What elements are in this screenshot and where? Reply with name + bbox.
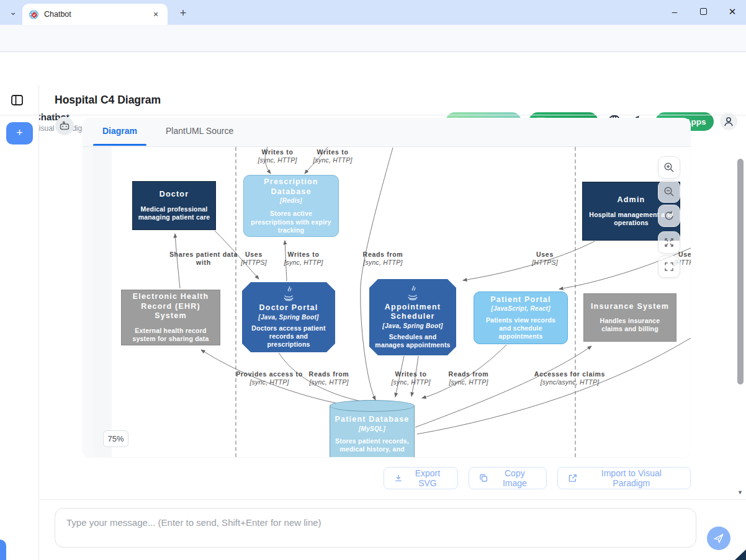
window-close-icon[interactable]: ✕	[718, 0, 746, 24]
fit-screen-button[interactable]	[658, 256, 680, 278]
chat-input-bar	[40, 499, 746, 560]
node-appointment-scheduler: Appointment Scheduler [Java, Spring Boot…	[369, 279, 456, 355]
import-to-vp-label: Import to Visual Paradigm	[583, 468, 680, 488]
sidebar: +	[0, 85, 39, 560]
zoom-level-badge: 75%	[103, 430, 128, 447]
edge-label: Reads from[sync, HTTP]	[363, 251, 403, 266]
app-header: Chatbot Visual Paradigm AI Assistant for…	[0, 53, 746, 85]
person-icon	[723, 116, 734, 127]
node-title: Prescription Database	[249, 177, 333, 197]
chat-message-input[interactable]	[55, 508, 696, 548]
node-desc: Schedules and manages appointments	[374, 333, 451, 349]
export-svg-label: Export SVG	[408, 468, 447, 488]
tab-close-icon[interactable]: ✕	[150, 9, 161, 20]
sidebar-toggle-icon[interactable]	[11, 95, 23, 105]
node-desc: Doctors access patient records and presc…	[247, 324, 330, 349]
diagram-viewport[interactable]: Doctor Medical professional managing pat…	[93, 147, 691, 457]
window-minimize-icon[interactable]: –	[660, 0, 689, 24]
new-chat-button[interactable]: +	[6, 122, 33, 144]
edge-label: Writes to[sync, HTTP]	[284, 251, 323, 266]
expand-button[interactable]	[658, 231, 680, 254]
node-tech: [Java, Spring Boot]	[382, 322, 443, 329]
node-desc: Stores patient records, medical history,…	[330, 437, 415, 453]
edge-label: Reads from[sync, HTTP]	[309, 370, 349, 386]
node-tech: [Java, Spring Boot]	[258, 314, 318, 321]
node-patient-portal: Patient Portal [JavaScript, React] Patie…	[474, 291, 568, 344]
edge-label: Reads from[sync, HTTP]	[449, 370, 489, 386]
screen: ⌄ Chatbot ✕ + – ✕ ← → ai-toolbox.visual-…	[0, 0, 746, 560]
zoom-reset-button[interactable]	[658, 205, 680, 227]
node-prescription-database: Prescription Database [Redis] Stores act…	[243, 175, 339, 237]
node-title: Patient Database	[330, 415, 415, 425]
zoom-out-icon	[663, 186, 675, 197]
node-title: Electronic Health Record (EHR) System	[127, 292, 215, 321]
send-button[interactable]	[707, 527, 730, 550]
expand-arrows-icon	[663, 237, 675, 248]
edge-label: Uses[HTTPS]	[241, 251, 267, 266]
java-icon	[282, 286, 295, 302]
edge-label: Uses[HTTPS]	[532, 251, 558, 266]
cylinder-top	[330, 400, 415, 412]
node-doctor-portal: Doctor Portal [Java, Spring Boot] Doctor…	[242, 282, 335, 352]
node-patient-database: Patient Database [MySQL] Stores patient …	[330, 400, 415, 457]
zoom-in-button[interactable]	[658, 156, 680, 179]
edge-label: Writes to[sync, HTTP]	[391, 370, 430, 386]
diagram-card: Diagram PlantUML Source	[83, 118, 691, 457]
robot-icon	[59, 120, 70, 131]
bot-avatar	[55, 117, 74, 135]
fit-corners-icon	[663, 261, 675, 272]
browser-toolbar: ← → ai-toolbox.visual-paradigm.com/app/c…	[0, 25, 746, 52]
node-title: Doctor Portal	[259, 303, 318, 313]
window-maximize-icon[interactable]	[689, 0, 717, 24]
copy-icon	[479, 473, 488, 483]
node-title: Appointment Scheduler	[374, 303, 451, 322]
copy-image-button[interactable]: Copy Image	[469, 467, 547, 489]
node-title: Insurance System	[591, 302, 669, 312]
cylinder-text: Patient Database [MySQL] Stores patient …	[330, 415, 415, 453]
page-scrollbar-thumb[interactable]	[737, 159, 744, 384]
node-title: Patient Portal	[490, 295, 551, 305]
node-insurance-system: Insurance System Handles insurance claim…	[583, 293, 676, 342]
export-svg-button[interactable]: Export SVG	[384, 467, 458, 489]
edge-label: Provides access to[sync, HTTP]	[236, 370, 303, 386]
download-icon	[394, 473, 403, 483]
zoom-out-button[interactable]	[658, 180, 680, 203]
scrollbar-down-icon[interactable]: ▼	[737, 489, 745, 496]
zoom-in-icon	[663, 162, 675, 173]
node-title: Admin	[618, 195, 645, 205]
favicon-vp-logo-icon	[29, 9, 39, 20]
java-icon	[406, 285, 420, 301]
node-tech: [Redis]	[280, 197, 302, 204]
title-divider	[0, 115, 746, 115]
node-tech: [JavaScript, React]	[491, 305, 551, 312]
copy-image-label: Copy Image	[493, 468, 536, 488]
browser-tab[interactable]: Chatbot ✕	[22, 4, 168, 25]
reset-icon	[663, 210, 675, 221]
node-tech: [MySQL]	[330, 425, 415, 432]
diagram-tab-row: Diagram PlantUML Source	[83, 118, 691, 147]
tab-plantuml-source[interactable]: PlantUML Source	[166, 126, 233, 136]
node-ehr-system: Electronic Health Record (EHR) System Ex…	[121, 290, 220, 345]
page-title: Hospital C4 Diagram	[55, 94, 161, 107]
import-to-vp-button[interactable]: Import to Visual Paradigm	[557, 467, 691, 489]
tab-search-chevron-icon[interactable]: ⌄	[5, 5, 21, 20]
edge-label: Writes to[sync, HTTP]	[313, 148, 352, 164]
tab-title: Chatbot	[44, 10, 150, 19]
node-desc: Handles insurance claims and billing	[589, 317, 671, 333]
node-title: Doctor	[160, 190, 189, 200]
edge-label: Writes to[sync, HTTP]	[258, 148, 297, 164]
node-doctor: Doctor Medical professional managing pat…	[132, 181, 216, 230]
edge-label: Accesses for claims[sync/async, HTTP]	[534, 370, 605, 386]
node-desc: External health record system for sharin…	[127, 327, 215, 343]
node-desc: Patients view records and schedule appoi…	[479, 316, 562, 340]
tab-diagram[interactable]: Diagram	[102, 126, 137, 136]
edge-label: Shares patient datawith	[169, 251, 238, 266]
node-desc: Stores active prescriptions with expiry …	[249, 210, 333, 234]
account-avatar[interactable]	[720, 113, 737, 130]
left-accent-strip	[0, 540, 6, 560]
node-desc: Medical professional managing patient ca…	[138, 205, 210, 221]
browser-tab-strip: ⌄ Chatbot ✕ + – ✕	[0, 0, 746, 25]
new-tab-icon[interactable]: +	[175, 6, 191, 22]
external-link-icon	[568, 473, 578, 483]
send-paper-plane-icon	[713, 533, 724, 544]
